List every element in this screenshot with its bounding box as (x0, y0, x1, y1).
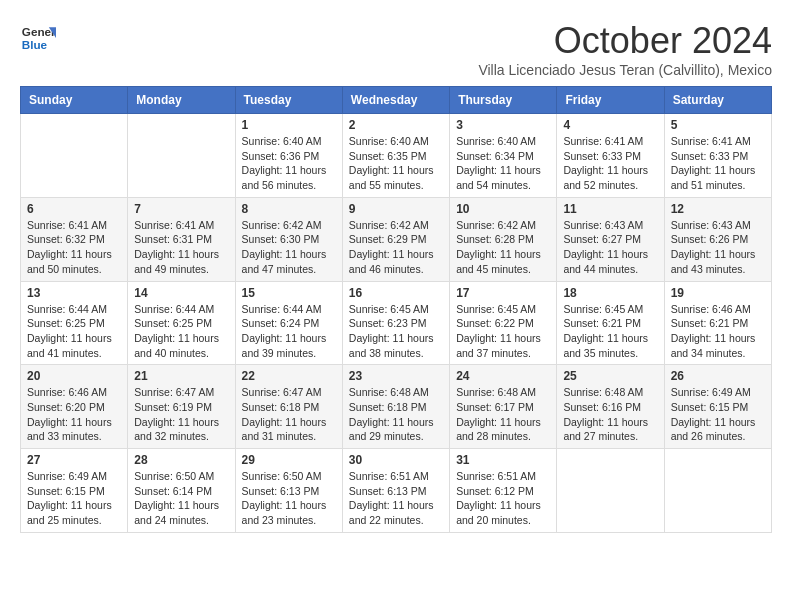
day-info: Sunrise: 6:48 AMSunset: 6:17 PMDaylight:… (456, 385, 550, 444)
calendar-cell: 11Sunrise: 6:43 AMSunset: 6:27 PMDayligh… (557, 197, 664, 281)
day-number: 25 (563, 369, 657, 383)
calendar-cell (21, 114, 128, 198)
calendar-cell: 14Sunrise: 6:44 AMSunset: 6:25 PMDayligh… (128, 281, 235, 365)
day-number: 17 (456, 286, 550, 300)
day-info: Sunrise: 6:42 AMSunset: 6:30 PMDaylight:… (242, 218, 336, 277)
day-number: 19 (671, 286, 765, 300)
day-info: Sunrise: 6:40 AMSunset: 6:34 PMDaylight:… (456, 134, 550, 193)
logo: General Blue (20, 20, 56, 56)
calendar-week-row: 27Sunrise: 6:49 AMSunset: 6:15 PMDayligh… (21, 449, 772, 533)
calendar-cell: 3Sunrise: 6:40 AMSunset: 6:34 PMDaylight… (450, 114, 557, 198)
calendar-cell: 15Sunrise: 6:44 AMSunset: 6:24 PMDayligh… (235, 281, 342, 365)
calendar-cell: 5Sunrise: 6:41 AMSunset: 6:33 PMDaylight… (664, 114, 771, 198)
day-info: Sunrise: 6:46 AMSunset: 6:20 PMDaylight:… (27, 385, 121, 444)
day-number: 26 (671, 369, 765, 383)
calendar-cell: 23Sunrise: 6:48 AMSunset: 6:18 PMDayligh… (342, 365, 449, 449)
day-info: Sunrise: 6:42 AMSunset: 6:29 PMDaylight:… (349, 218, 443, 277)
day-number: 15 (242, 286, 336, 300)
day-info: Sunrise: 6:40 AMSunset: 6:36 PMDaylight:… (242, 134, 336, 193)
day-info: Sunrise: 6:47 AMSunset: 6:19 PMDaylight:… (134, 385, 228, 444)
calendar-cell: 19Sunrise: 6:46 AMSunset: 6:21 PMDayligh… (664, 281, 771, 365)
day-number: 13 (27, 286, 121, 300)
title-area: October 2024 Villa Licenciado Jesus Tera… (478, 20, 772, 78)
day-info: Sunrise: 6:44 AMSunset: 6:24 PMDaylight:… (242, 302, 336, 361)
day-info: Sunrise: 6:41 AMSunset: 6:33 PMDaylight:… (563, 134, 657, 193)
calendar-cell: 17Sunrise: 6:45 AMSunset: 6:22 PMDayligh… (450, 281, 557, 365)
page-header: General Blue October 2024 Villa Licencia… (20, 20, 772, 78)
day-number: 24 (456, 369, 550, 383)
calendar-cell: 16Sunrise: 6:45 AMSunset: 6:23 PMDayligh… (342, 281, 449, 365)
day-info: Sunrise: 6:43 AMSunset: 6:26 PMDaylight:… (671, 218, 765, 277)
day-info: Sunrise: 6:43 AMSunset: 6:27 PMDaylight:… (563, 218, 657, 277)
calendar-cell: 24Sunrise: 6:48 AMSunset: 6:17 PMDayligh… (450, 365, 557, 449)
calendar-table: SundayMondayTuesdayWednesdayThursdayFrid… (20, 86, 772, 533)
day-number: 5 (671, 118, 765, 132)
day-number: 20 (27, 369, 121, 383)
day-info: Sunrise: 6:50 AMSunset: 6:14 PMDaylight:… (134, 469, 228, 528)
day-info: Sunrise: 6:48 AMSunset: 6:18 PMDaylight:… (349, 385, 443, 444)
calendar-cell: 29Sunrise: 6:50 AMSunset: 6:13 PMDayligh… (235, 449, 342, 533)
weekday-header-saturday: Saturday (664, 87, 771, 114)
calendar-week-row: 1Sunrise: 6:40 AMSunset: 6:36 PMDaylight… (21, 114, 772, 198)
day-number: 12 (671, 202, 765, 216)
calendar-cell: 20Sunrise: 6:46 AMSunset: 6:20 PMDayligh… (21, 365, 128, 449)
day-number: 8 (242, 202, 336, 216)
weekday-header-thursday: Thursday (450, 87, 557, 114)
day-number: 6 (27, 202, 121, 216)
day-number: 22 (242, 369, 336, 383)
location-subtitle: Villa Licenciado Jesus Teran (Calvillito… (478, 62, 772, 78)
day-info: Sunrise: 6:51 AMSunset: 6:13 PMDaylight:… (349, 469, 443, 528)
day-info: Sunrise: 6:49 AMSunset: 6:15 PMDaylight:… (671, 385, 765, 444)
calendar-cell: 30Sunrise: 6:51 AMSunset: 6:13 PMDayligh… (342, 449, 449, 533)
calendar-week-row: 13Sunrise: 6:44 AMSunset: 6:25 PMDayligh… (21, 281, 772, 365)
calendar-cell: 8Sunrise: 6:42 AMSunset: 6:30 PMDaylight… (235, 197, 342, 281)
weekday-header-wednesday: Wednesday (342, 87, 449, 114)
svg-text:General: General (22, 25, 56, 38)
calendar-cell: 6Sunrise: 6:41 AMSunset: 6:32 PMDaylight… (21, 197, 128, 281)
calendar-cell (557, 449, 664, 533)
logo-icon: General Blue (20, 20, 56, 56)
day-number: 23 (349, 369, 443, 383)
weekday-header-monday: Monday (128, 87, 235, 114)
day-number: 7 (134, 202, 228, 216)
day-number: 30 (349, 453, 443, 467)
day-info: Sunrise: 6:41 AMSunset: 6:33 PMDaylight:… (671, 134, 765, 193)
day-number: 1 (242, 118, 336, 132)
weekday-header-sunday: Sunday (21, 87, 128, 114)
calendar-cell: 13Sunrise: 6:44 AMSunset: 6:25 PMDayligh… (21, 281, 128, 365)
day-info: Sunrise: 6:50 AMSunset: 6:13 PMDaylight:… (242, 469, 336, 528)
calendar-cell: 18Sunrise: 6:45 AMSunset: 6:21 PMDayligh… (557, 281, 664, 365)
weekday-header-row: SundayMondayTuesdayWednesdayThursdayFrid… (21, 87, 772, 114)
day-info: Sunrise: 6:41 AMSunset: 6:32 PMDaylight:… (27, 218, 121, 277)
day-number: 4 (563, 118, 657, 132)
calendar-week-row: 6Sunrise: 6:41 AMSunset: 6:32 PMDaylight… (21, 197, 772, 281)
calendar-cell: 27Sunrise: 6:49 AMSunset: 6:15 PMDayligh… (21, 449, 128, 533)
calendar-cell: 26Sunrise: 6:49 AMSunset: 6:15 PMDayligh… (664, 365, 771, 449)
calendar-cell: 1Sunrise: 6:40 AMSunset: 6:36 PMDaylight… (235, 114, 342, 198)
day-info: Sunrise: 6:40 AMSunset: 6:35 PMDaylight:… (349, 134, 443, 193)
day-info: Sunrise: 6:47 AMSunset: 6:18 PMDaylight:… (242, 385, 336, 444)
calendar-cell: 31Sunrise: 6:51 AMSunset: 6:12 PMDayligh… (450, 449, 557, 533)
calendar-cell: 25Sunrise: 6:48 AMSunset: 6:16 PMDayligh… (557, 365, 664, 449)
weekday-header-friday: Friday (557, 87, 664, 114)
calendar-cell: 22Sunrise: 6:47 AMSunset: 6:18 PMDayligh… (235, 365, 342, 449)
day-number: 31 (456, 453, 550, 467)
day-number: 11 (563, 202, 657, 216)
weekday-header-tuesday: Tuesday (235, 87, 342, 114)
day-number: 9 (349, 202, 443, 216)
month-title: October 2024 (478, 20, 772, 62)
calendar-cell: 9Sunrise: 6:42 AMSunset: 6:29 PMDaylight… (342, 197, 449, 281)
calendar-cell: 2Sunrise: 6:40 AMSunset: 6:35 PMDaylight… (342, 114, 449, 198)
day-info: Sunrise: 6:45 AMSunset: 6:21 PMDaylight:… (563, 302, 657, 361)
day-number: 16 (349, 286, 443, 300)
day-info: Sunrise: 6:45 AMSunset: 6:22 PMDaylight:… (456, 302, 550, 361)
day-info: Sunrise: 6:44 AMSunset: 6:25 PMDaylight:… (27, 302, 121, 361)
day-info: Sunrise: 6:46 AMSunset: 6:21 PMDaylight:… (671, 302, 765, 361)
day-number: 29 (242, 453, 336, 467)
day-number: 2 (349, 118, 443, 132)
calendar-cell (664, 449, 771, 533)
day-info: Sunrise: 6:51 AMSunset: 6:12 PMDaylight:… (456, 469, 550, 528)
day-number: 10 (456, 202, 550, 216)
svg-text:Blue: Blue (22, 38, 48, 51)
day-number: 3 (456, 118, 550, 132)
